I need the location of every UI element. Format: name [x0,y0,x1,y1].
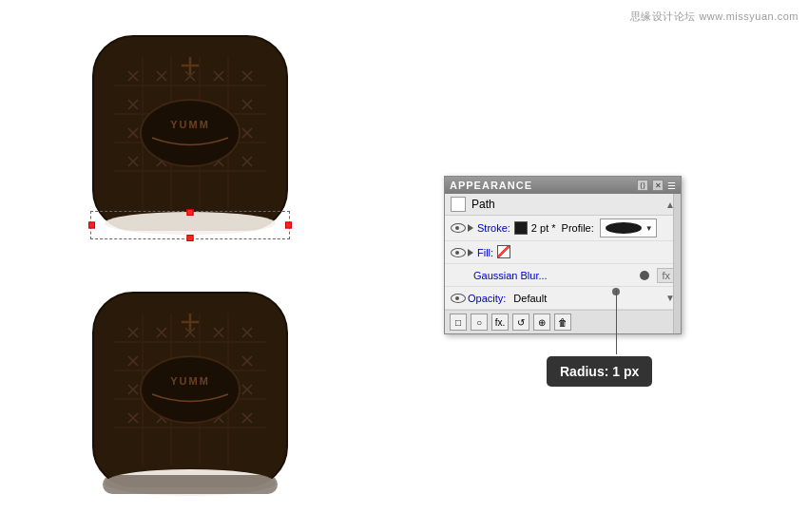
fill-swatch-wrapper[interactable] [497,245,512,260]
gaussian-label[interactable]: Gaussian Blur... [473,270,548,281]
path-square-icon [451,197,466,212]
profile-label: Profile: [562,222,594,234]
eye-icon-opacity[interactable] [451,294,464,303]
cookie-svg-bottom: YUMM [76,276,304,504]
eye-icon-fill[interactable] [451,248,464,257]
cookie-bottom: YUMM [76,276,304,504]
gaussian-dot [640,271,649,280]
fx-toolbar-btn[interactable]: fx. [491,314,509,331]
path-label: Path [471,198,495,211]
cookie-top: YUMM [76,19,304,247]
toolbar-btn-square[interactable]: □ [450,314,467,331]
toolbar-btn-copy[interactable]: ⊕ [533,314,550,331]
appearance-panel: APPEARANCE ⟨⟩ ✕ ☰ Path ▲ Stroke: 2 pt * … [444,176,682,334]
watermark: 思缘设计论坛 www.missyuan.com [630,10,798,24]
cookies-area: YUMM [76,19,304,504]
stroke-label[interactable]: Stroke: [477,222,510,234]
panel-menu-icon[interactable]: ☰ [667,180,676,191]
eye-icon-stroke[interactable] [451,223,464,233]
svg-point-9 [141,100,240,166]
panel-toolbar: □ ○ fx. ↺ ⊕ 🗑 [445,310,681,333]
panel-controls: ⟨⟩ ✕ ☰ [637,180,676,191]
collapse-button[interactable]: ⟨⟩ [637,180,648,191]
scrollbar-right[interactable] [673,194,681,333]
radius-tooltip: Radius: 1 px [547,356,652,387]
path-row: Path ▲ [445,194,681,216]
opacity-row: Opacity: Default ▼ [445,287,681,310]
fill-label[interactable]: Fill: [477,247,493,258]
close-button[interactable]: ✕ [652,180,664,191]
profile-dropdown[interactable]: ▼ [600,218,657,238]
gaussian-row: Gaussian Blur... fx [445,264,681,287]
toolbar-btn-circle[interactable]: ○ [471,314,488,331]
svg-text:YUMM: YUMM [170,119,210,130]
fill-swatch-overlay [497,245,510,258]
opacity-value: Default [513,293,547,304]
stroke-value: 2 pt * [531,222,556,234]
arrow-icon-fill[interactable] [468,249,473,256]
stroke-row: Stroke: 2 pt * Profile: ▼ [445,216,681,241]
svg-point-25 [606,222,642,234]
svg-point-11 [105,212,276,235]
tooltip-line [616,290,617,354]
svg-point-21 [141,356,240,423]
panel-title: APPEARANCE [450,180,532,191]
arrow-icon-stroke[interactable] [468,224,473,232]
opacity-label: Opacity: [468,293,506,304]
cookie-svg-top: YUMM [76,19,304,247]
panel-titlebar: APPEARANCE ⟨⟩ ✕ ☰ [445,177,681,194]
toolbar-btn-refresh[interactable]: ↺ [512,314,529,331]
svg-rect-24 [103,475,278,494]
svg-text:YUMM: YUMM [170,375,210,387]
stroke-swatch[interactable] [514,221,528,235]
profile-dropdown-arrow: ▼ [645,224,653,233]
profile-shape-svg [604,220,644,236]
fill-row: Fill: [445,241,681,264]
toolbar-btn-delete[interactable]: 🗑 [554,314,571,331]
